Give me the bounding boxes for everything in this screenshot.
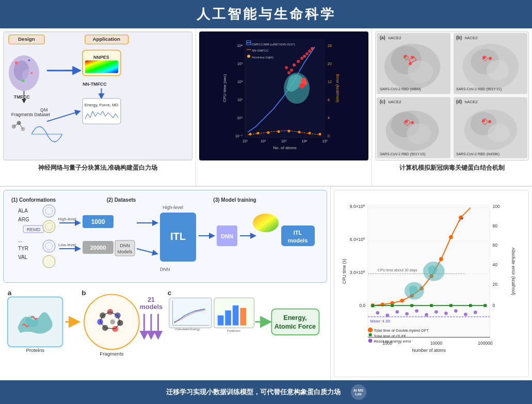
svg-text:Mean: 4.33: Mean: 4.33 (370, 319, 390, 324)
svg-text:Accuracy (right): Accuracy (right) (252, 56, 273, 59)
svg-text:SARS-CoV-2 RBD (501Y.V1): SARS-CoV-2 RBD (501Y.V1) (456, 87, 502, 91)
footer-text: 迁移学习实现小数据训练模型，可代替任意构象蛋白质力场 (166, 387, 341, 397)
svg-text:4: 4 (328, 116, 330, 120)
top-right-caption: 计算机模拟新冠病毒关键蛋白结合机制 (399, 164, 505, 172)
svg-point-91 (411, 56, 414, 59)
svg-point-238 (385, 314, 389, 317)
svg-text:Application: Application (92, 36, 120, 42)
svg-text:SARS-CoV-2 RBD (501Y.V2): SARS-CoV-2 RBD (501Y.V2) (380, 152, 426, 156)
svg-point-67 (297, 60, 300, 63)
svg-text:Number of atoms: Number of atoms (412, 348, 446, 353)
svg-point-259 (368, 339, 373, 343)
svg-text:DNN: DNN (120, 243, 130, 248)
svg-text:100000: 100000 (478, 341, 493, 346)
svg-text:0: 0 (328, 134, 330, 138)
svg-text:DNN: DNN (221, 233, 233, 239)
top-left-panel: Design Application (0, 28, 196, 186)
svg-text:10¹: 10¹ (243, 139, 248, 143)
svg-text:CPU time (sec): CPU time (sec) (222, 74, 227, 103)
svg-point-227 (449, 235, 453, 239)
svg-point-244 (444, 312, 448, 315)
itl-workflow: (1) Conformations (2) Datasets (3) Model… (3, 190, 327, 283)
svg-text:Energy,: Energy, (283, 314, 307, 321)
cpu-time-chart: 9.0×10⁶ 6.0×10⁶ 3.0×10⁶ 0.0 100 80 60 40… (334, 190, 529, 377)
svg-point-100 (482, 56, 486, 59)
svg-rect-236 (483, 304, 487, 307)
svg-point-58 (278, 131, 280, 133)
svg-point-62 (319, 133, 321, 136)
svg-rect-190 (233, 305, 239, 326)
svg-text:0: 0 (492, 303, 495, 308)
svg-text:No. of atoms: No. of atoms (273, 146, 296, 150)
svg-text:10³: 10³ (281, 139, 287, 143)
svg-text:VAL: VAL (18, 254, 28, 260)
svg-text:models: models (288, 237, 308, 244)
svg-point-71 (308, 50, 311, 53)
top-section: Design Application (0, 28, 532, 187)
svg-text:9.0×10⁶: 9.0×10⁶ (350, 204, 365, 209)
svg-point-137 (43, 255, 55, 268)
footer-logo: AI MSLab (351, 384, 366, 400)
svg-text:Energy, Force, MD: Energy, Force, MD (85, 103, 119, 107)
svg-text:NN-GMFCC: NN-GMFCC (252, 49, 269, 52)
bottom-left-panel: (1) Conformations (2) Datasets (3) Model… (0, 187, 331, 380)
svg-point-10 (22, 79, 25, 82)
svg-text:...: ... (18, 237, 22, 243)
svg-text:60: 60 (492, 243, 497, 248)
svg-text:1000: 1000 (91, 218, 105, 225)
svg-text:ARG: ARG (18, 217, 29, 222)
svg-text:Dataset: Dataset (34, 112, 50, 117)
footer: 迁移学习实现小数据训练模型，可代替任意构象蛋白质力场 AI MSLab (0, 380, 532, 404)
top-middle-panel: 10⁻¹ 10⁰ 10¹ 10² 10³ 10⁴ 0 4 8 12 20 28 (196, 28, 372, 186)
svg-text:0.0: 0.0 (359, 303, 365, 308)
svg-point-255 (368, 328, 373, 332)
svg-text:models: models (140, 303, 163, 311)
svg-text:GMFCC/MM (ωB97XD/6-31G*): GMFCC/MM (ωB97XD/6-31G*) (252, 43, 295, 46)
svg-point-131 (43, 205, 55, 217)
svg-point-226 (439, 257, 443, 261)
svg-point-133 (43, 220, 55, 233)
svg-rect-230 (371, 304, 374, 307)
svg-point-56 (257, 132, 260, 135)
svg-point-247 (474, 311, 477, 314)
svg-point-119 (488, 120, 491, 123)
svg-text:10⁴: 10⁴ (302, 139, 308, 143)
svg-point-65 (285, 66, 288, 69)
svg-text:REMD: REMD (27, 227, 41, 232)
svg-point-171 (110, 319, 115, 325)
svg-point-69 (303, 55, 306, 58)
svg-rect-26 (85, 60, 118, 73)
svg-text:(2) Datasets: (2) Datasets (107, 197, 136, 203)
svg-point-241 (415, 309, 418, 313)
svg-text:20: 20 (492, 282, 497, 287)
svg-text:Absolute error (kcal/mol): Absolute error (kcal/mol) (511, 247, 516, 295)
main-container: 人工智能与生命科学 Design Application (0, 0, 532, 404)
svg-point-82 (247, 55, 250, 58)
svg-text:CPU time (s): CPU time (s) (342, 258, 347, 284)
svg-text:21: 21 (148, 296, 155, 303)
svg-text:8: 8 (328, 98, 330, 102)
four-panel-image: (a) bACE2 SARS-CoV-2 RBD (WBM) (375, 31, 529, 160)
svg-point-55 (249, 133, 252, 136)
svg-text:6.0×10⁶: 6.0×10⁶ (350, 237, 365, 242)
svg-point-8 (15, 61, 18, 64)
top-left-diagram: Design Application (3, 31, 192, 160)
svg-rect-188 (218, 315, 224, 325)
svg-point-242 (425, 313, 428, 317)
svg-text:a: a (8, 289, 12, 297)
svg-text:Proteins: Proteins (26, 347, 44, 353)
svg-point-7 (22, 69, 35, 86)
svg-text:40: 40 (492, 262, 497, 267)
svg-text:b: b (82, 289, 86, 297)
svg-text:Fragments: Fragments (100, 351, 123, 357)
svg-text:(d): (d) (456, 99, 462, 104)
svg-text:hACE2: hACE2 (465, 100, 478, 104)
bottom-right-panel: 9.0×10⁶ 6.0×10⁶ 3.0×10⁶ 0.0 100 80 60 40… (331, 187, 532, 380)
svg-text:10³: 10³ (237, 62, 243, 66)
svg-point-60 (298, 131, 301, 134)
svg-text:20: 20 (328, 62, 332, 66)
svg-rect-234 (449, 304, 453, 307)
svg-text:Total time of Double-hybrid DF: Total time of Double-hybrid DFT (374, 328, 429, 333)
svg-text:Models: Models (117, 249, 133, 254)
svg-point-239 (395, 310, 399, 314)
